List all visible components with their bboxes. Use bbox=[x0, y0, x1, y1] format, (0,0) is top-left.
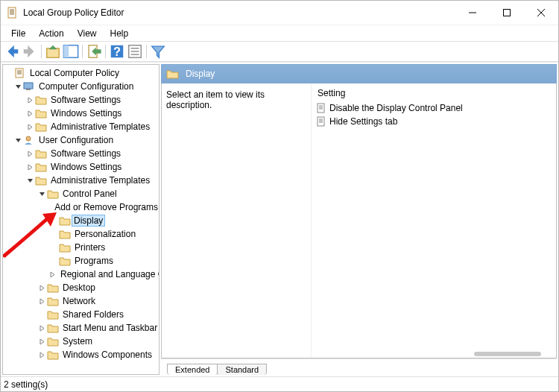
menubar: File Action View Help bbox=[1, 25, 558, 41]
policy-item-icon bbox=[316, 103, 326, 113]
svg-rect-24 bbox=[26, 89, 31, 90]
tree-computer-config[interactable]: Computer Configuration bbox=[3, 80, 159, 93]
tree-label: Computer Configuration bbox=[38, 81, 134, 92]
folder-icon bbox=[59, 215, 71, 226]
back-button[interactable] bbox=[4, 43, 20, 60]
tree-regional[interactable]: Regional and Language Options bbox=[3, 268, 159, 281]
export-button[interactable] bbox=[86, 43, 102, 60]
menu-file[interactable]: File bbox=[5, 27, 31, 40]
folder-icon bbox=[35, 162, 47, 172]
toolbar: ? bbox=[1, 41, 558, 62]
list-item[interactable]: Disable the Display Control Panel bbox=[316, 101, 552, 115]
tree-admin-templates[interactable]: Administrative Templates bbox=[3, 120, 159, 133]
tree-system[interactable]: System bbox=[3, 335, 159, 348]
minimize-button[interactable] bbox=[455, 1, 490, 25]
tree-admin-templates-user[interactable]: Administrative Templates bbox=[3, 174, 159, 187]
tree-label: Programs bbox=[74, 256, 114, 266]
chevron-right-icon[interactable] bbox=[37, 283, 46, 292]
chevron-right-icon[interactable] bbox=[37, 323, 46, 332]
tree-network[interactable]: Network bbox=[3, 294, 159, 308]
tree-windows-settings-user[interactable]: Windows Settings bbox=[3, 160, 159, 174]
tree-control-panel[interactable]: Control Panel bbox=[3, 187, 159, 200]
tab-extended[interactable]: Extended bbox=[167, 364, 218, 375]
up-button[interactable] bbox=[45, 43, 61, 60]
maximize-button[interactable] bbox=[490, 1, 524, 25]
chevron-right-icon[interactable] bbox=[25, 95, 34, 104]
folder-icon bbox=[47, 323, 59, 333]
tree-label: Shared Folders bbox=[62, 309, 124, 320]
chevron-down-icon[interactable] bbox=[13, 82, 22, 91]
svg-rect-6 bbox=[504, 10, 511, 16]
tree-root[interactable]: Local Computer Policy bbox=[3, 66, 159, 80]
svg-text:?: ? bbox=[113, 45, 121, 58]
statusbar: 2 setting(s) bbox=[1, 376, 558, 391]
tree-label: System bbox=[62, 336, 93, 347]
folder-icon bbox=[59, 229, 71, 239]
tree-windows-settings[interactable]: Windows Settings bbox=[3, 107, 159, 120]
tree-add-remove[interactable]: Add or Remove Programs bbox=[3, 200, 159, 214]
user-icon bbox=[23, 135, 35, 145]
svg-point-25 bbox=[26, 136, 31, 141]
tree-label: Network bbox=[62, 296, 96, 306]
blank-expander bbox=[49, 216, 58, 225]
chevron-right-icon[interactable] bbox=[25, 122, 34, 131]
blank-expander bbox=[4, 69, 13, 78]
list-item[interactable]: Hide Settings tab bbox=[316, 115, 552, 128]
tree-pane: Local Computer Policy Computer Configura… bbox=[2, 64, 160, 375]
tree-label: Display bbox=[72, 215, 105, 227]
tree-printers[interactable]: Printers bbox=[3, 241, 159, 254]
tab-standard[interactable]: Standard bbox=[217, 364, 267, 375]
svg-rect-9 bbox=[47, 48, 60, 57]
tree-label: Add or Remove Programs bbox=[54, 202, 159, 212]
list-item-label: Hide Settings tab bbox=[329, 116, 397, 127]
chevron-down-icon[interactable] bbox=[13, 136, 22, 145]
chevron-down-icon[interactable] bbox=[25, 176, 34, 185]
settings-list[interactable]: Setting Disable the Display Control Pane… bbox=[311, 83, 556, 358]
tree-start-menu[interactable]: Start Menu and Taskbar bbox=[3, 321, 159, 335]
blank-expander bbox=[49, 203, 50, 212]
menu-action[interactable]: Action bbox=[33, 27, 69, 40]
chevron-right-icon[interactable] bbox=[25, 149, 34, 158]
show-hide-tree-button[interactable] bbox=[63, 43, 79, 60]
tree-label: Start Menu and Taskbar bbox=[62, 323, 158, 333]
tabstrip: Extended Standard bbox=[161, 358, 557, 375]
chevron-right-icon[interactable] bbox=[25, 162, 34, 171]
svg-rect-23 bbox=[24, 83, 33, 89]
tree-software-settings[interactable]: Software Settings bbox=[3, 93, 159, 107]
tree-desktop[interactable]: Desktop bbox=[3, 281, 159, 294]
chevron-right-icon[interactable] bbox=[49, 270, 56, 279]
column-header-setting[interactable]: Setting bbox=[316, 86, 552, 101]
chevron-down-icon[interactable] bbox=[37, 189, 46, 198]
folder-icon bbox=[35, 95, 47, 105]
close-button[interactable] bbox=[524, 1, 558, 25]
properties-button[interactable] bbox=[127, 43, 143, 60]
tree-windows-components[interactable]: Windows Components bbox=[3, 348, 159, 361]
computer-icon bbox=[23, 81, 35, 92]
tree-shared-folders[interactable]: Shared Folders bbox=[3, 308, 159, 321]
policy-tree[interactable]: Local Computer Policy Computer Configura… bbox=[3, 65, 159, 374]
chevron-right-icon[interactable] bbox=[37, 350, 46, 359]
toolbar-separator bbox=[41, 45, 42, 58]
tree-programs[interactable]: Programs bbox=[3, 254, 159, 268]
svg-rect-11 bbox=[63, 45, 69, 58]
svg-rect-19 bbox=[16, 69, 23, 78]
menu-view[interactable]: View bbox=[72, 27, 103, 40]
toolbar-separator bbox=[146, 45, 147, 58]
forward-button[interactable] bbox=[22, 43, 38, 60]
menu-help[interactable]: Help bbox=[104, 27, 135, 40]
folder-icon bbox=[47, 350, 59, 360]
chevron-right-icon[interactable] bbox=[25, 109, 34, 118]
help-button[interactable]: ? bbox=[109, 43, 125, 60]
tree-display[interactable]: Display bbox=[3, 214, 159, 227]
filter-button[interactable] bbox=[150, 43, 166, 60]
horizontal-scrollbar[interactable] bbox=[474, 352, 541, 356]
tree-software-settings-user[interactable]: Software Settings bbox=[3, 147, 159, 160]
tree-personalization[interactable]: Personalization bbox=[3, 227, 159, 241]
tree-label: Administrative Templates bbox=[50, 121, 151, 132]
tree-label: Desktop bbox=[62, 282, 96, 293]
description-prompt: Select an item to view its description. bbox=[166, 89, 265, 110]
tree-label: Control Panel bbox=[62, 189, 118, 199]
chevron-right-icon[interactable] bbox=[37, 297, 46, 306]
tree-user-config[interactable]: User Configuration bbox=[3, 133, 159, 147]
chevron-right-icon[interactable] bbox=[37, 337, 46, 346]
